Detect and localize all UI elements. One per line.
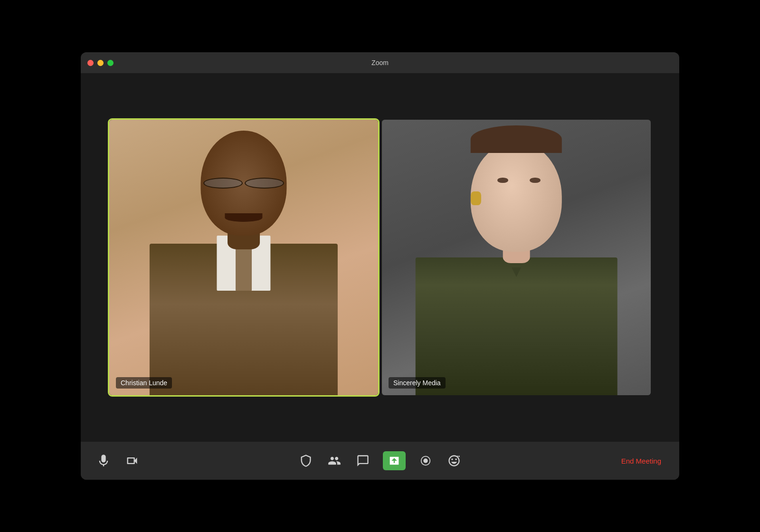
end-meeting-button[interactable]: End Meeting	[618, 455, 665, 467]
participant-1-name: Christian Lunde	[116, 377, 172, 389]
main-content: Christian Lunde	[81, 73, 679, 442]
microphone-icon	[97, 454, 110, 467]
video-bg-2	[382, 120, 651, 395]
close-button[interactable]	[87, 60, 94, 66]
chat-button[interactable]	[354, 452, 371, 469]
participants-icon	[328, 454, 341, 467]
record-icon	[419, 454, 432, 467]
share-screen-button[interactable]	[383, 451, 406, 470]
maximize-button[interactable]	[107, 60, 114, 66]
video-tile-1: Christian Lunde	[109, 120, 378, 395]
participant-2-name: Sincerely Media	[389, 377, 446, 389]
reactions-button[interactable]	[446, 452, 463, 469]
zoom-window: Zoom	[81, 52, 679, 480]
reactions-icon	[447, 454, 461, 467]
toolbar: End Meeting	[81, 442, 679, 480]
record-button[interactable]	[417, 452, 434, 469]
video-grid: Christian Lunde	[109, 120, 651, 395]
minimize-button[interactable]	[97, 60, 104, 66]
share-icon	[388, 454, 401, 467]
security-button[interactable]	[297, 452, 314, 469]
participants-button[interactable]	[326, 452, 343, 469]
svg-point-1	[423, 458, 428, 463]
video-button[interactable]	[124, 452, 141, 469]
window-title: Zoom	[371, 59, 389, 66]
security-icon	[299, 454, 313, 467]
toolbar-left	[95, 452, 141, 469]
video-icon	[125, 454, 139, 467]
chat-icon	[356, 454, 370, 467]
mute-button[interactable]	[95, 452, 112, 469]
toolbar-right: End Meeting	[618, 455, 665, 467]
titlebar: Zoom	[81, 52, 679, 73]
traffic-lights	[87, 60, 114, 66]
video-bg-1	[109, 120, 378, 395]
toolbar-center	[297, 451, 463, 470]
video-tile-2: Sincerely Media	[382, 120, 651, 395]
